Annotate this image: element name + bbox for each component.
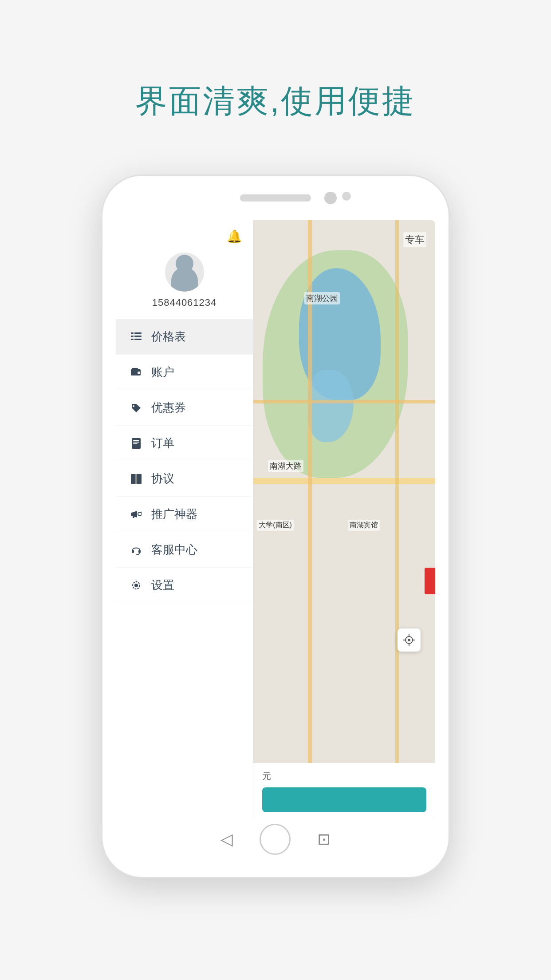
map-area[interactable]: 南湖公园 南湖大路 大学(南区) 南湖宾馆 专车 元 [253,220,435,819]
menu-label-settings: 设置 [151,577,174,593]
menu-item-agreement[interactable]: 协议 [116,461,253,497]
menu-item-coupon[interactable]: 优惠券 [116,390,253,426]
wallet-icon [128,368,144,377]
avatar-section: 15844061234 [116,248,253,319]
svg-rect-4 [131,339,134,340]
map-label-zhuanche: 专车 [403,232,426,247]
book-icon [128,474,144,484]
svg-rect-17 [131,513,133,516]
fare-button[interactable] [262,787,426,812]
svg-rect-16 [135,474,137,484]
svg-point-19 [138,512,142,516]
svg-rect-23 [138,550,141,553]
bell-icon[interactable]: 🔔 [227,229,242,244]
svg-rect-0 [131,332,134,334]
avatar-head [176,255,193,273]
receipt-icon [128,438,144,449]
phone-screen: 🔔 15844061234 [116,220,435,819]
back-nav-btn[interactable]: ◁ [220,830,233,849]
menu-label-order: 订单 [151,435,174,451]
tag-icon [128,403,144,413]
svg-rect-7 [132,368,138,370]
fare-panel: 元 [253,763,435,819]
fare-text: 元 [262,770,426,782]
map-label-university: 大学(南区) [257,520,294,531]
menu-item-order[interactable]: 订单 [116,426,253,461]
phone-home-bar: ◁ ⊡ [220,824,331,855]
avatar-phone-number: 15844061234 [152,297,217,308]
svg-rect-15 [137,474,142,484]
svg-point-24 [134,584,138,587]
svg-rect-18 [133,516,134,518]
menu-nav-btn[interactable]: ⊡ [317,830,331,849]
map-label-park: 南湖公园 [304,292,340,304]
map-road-horizontal-1 [253,478,435,484]
svg-point-9 [133,405,134,407]
svg-rect-22 [132,550,134,553]
page-title: 界面清爽,使用便捷 [135,80,416,122]
avatar[interactable] [165,253,204,292]
svg-point-8 [138,371,140,374]
menu-item-account[interactable]: 账户 [116,355,253,390]
red-accent [425,568,435,594]
menu-label-promote: 推广神器 [151,506,197,522]
svg-rect-11 [133,440,139,441]
drawer-header: 🔔 [116,220,253,248]
phone-speaker [240,194,311,202]
menu-item-price-list[interactable]: 价格表 [116,319,253,355]
phone-camera2 [342,192,351,201]
svg-rect-1 [134,332,142,334]
menu-label-service: 客服中心 [151,542,197,557]
phone-camera [324,192,337,204]
map-road-vertical-1 [308,220,312,819]
menu-label-agreement: 协议 [151,471,174,486]
svg-rect-2 [131,336,134,337]
menu-label-price-list: 价格表 [151,329,186,344]
avatar-body [171,267,198,292]
menu-label-account: 账户 [151,364,174,380]
map-label-hotel: 南湖宾馆 [348,520,380,531]
gear-icon [128,581,144,590]
map-road-vertical-2 [395,220,399,819]
menu-label-coupon: 优惠券 [151,400,186,415]
svg-rect-14 [131,474,136,484]
list-icon [128,332,144,341]
map-label-road: 南湖大路 [268,460,303,472]
svg-point-27 [408,639,410,641]
svg-rect-5 [134,339,142,340]
map-road-horizontal-2 [253,400,435,403]
svg-rect-13 [133,443,138,444]
home-nav-btn[interactable] [260,824,291,855]
menu-list: 价格表 账户 [116,319,253,819]
menu-item-promote[interactable]: 推广神器 [116,497,253,532]
svg-rect-3 [134,336,142,337]
drawer-panel: 🔔 15844061234 [116,220,253,819]
megaphone-icon [128,510,144,519]
headset-icon [128,545,144,555]
menu-item-settings[interactable]: 设置 [116,568,253,603]
menu-item-service[interactable]: 客服中心 [116,532,253,568]
svg-rect-12 [133,442,139,443]
svg-line-20 [141,512,142,513]
phone-mockup: 🔔 15844061234 [102,176,449,877]
location-button[interactable] [398,628,421,652]
